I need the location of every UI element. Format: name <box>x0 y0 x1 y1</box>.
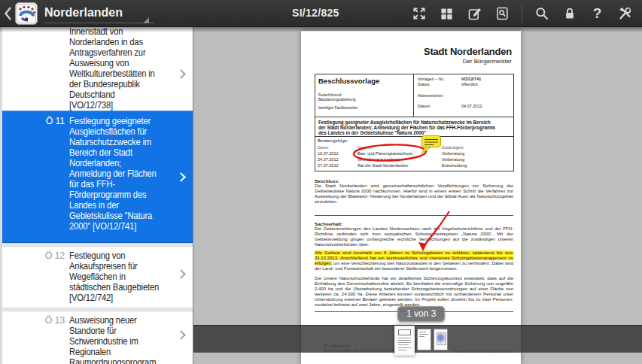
sachverhalt-highlight-paragraph: Alle Gebiete sind innerhalb von 6 Jahren… <box>315 250 513 271</box>
thumb-table <box>398 329 411 335</box>
chevron-right-icon <box>176 69 186 79</box>
doc-meta-row: Status: öffentlich <box>418 82 431 86</box>
section-rule <box>315 215 513 216</box>
doc-meta-row: Vorlagen – Nr.: VO/12/741 <box>418 77 445 81</box>
meta-label: Status: <box>418 82 431 86</box>
compose-icon <box>467 6 482 21</box>
back-button[interactable] <box>2 5 14 23</box>
beschluss-label: Beschluss: <box>315 178 339 184</box>
agenda-list: Innenstadt von Norderlanden in das Antra… <box>0 27 193 364</box>
help-button[interactable]: ? <box>589 5 605 22</box>
agenda-item-number: Ö 12 <box>0 250 65 261</box>
doc-lead-fachbereiche: beteiligte Fachbereiche: <box>318 105 358 110</box>
search-in-document-button[interactable] <box>494 5 510 22</box>
agenda-item-vo12742[interactable]: Ö 12 Festlegung von Ankaufspreisen für W… <box>0 247 193 308</box>
grid-icon <box>440 7 454 21</box>
sachverhalt-label: Sachverhalt: <box>315 221 342 226</box>
chevron-right-icon <box>176 269 186 279</box>
col-header-gremium: Gremium <box>358 146 373 150</box>
fullscreen-icon <box>412 6 427 21</box>
lock-icon <box>563 6 577 21</box>
doc-subject: Festlegung geeigneter Ausgleichsflächen … <box>315 117 514 137</box>
doc-meta-row: Datum: 04.07.2012 <box>418 104 431 108</box>
agenda-item-text: Ausweisung neuer Standorte für Schwerind… <box>69 315 176 364</box>
col-header-zustaendigkeit: Zuständigkeit <box>442 146 464 150</box>
sachverhalt-paragraph-2: Die Untere Naturschutzbehörde hat ein de… <box>315 276 513 308</box>
thumbnail-page-3-map[interactable] <box>434 329 448 350</box>
meta-value: VO/12/741 <box>461 77 481 81</box>
doc-org-name: Stadt Norderlanden <box>424 46 512 57</box>
page-title-spinner[interactable]: Norderlanden <box>44 3 154 23</box>
help-icon: ? <box>593 5 602 22</box>
cell-zustaendigkeit: Vorberatung <box>442 157 464 162</box>
fullscreen-button[interactable] <box>411 5 427 22</box>
settings-tools-button[interactable] <box>617 5 633 22</box>
document-reference: SI/12/825 <box>292 7 339 19</box>
doc-beratungsfolge: Beratungsfolge: Datum Gremium Zuständigk… <box>315 137 514 171</box>
thumbnail-page-1[interactable] <box>394 326 415 356</box>
meta-label: Datum: <box>418 104 431 108</box>
meta-value: öffentlich <box>461 82 478 86</box>
cell-gremium: Bau- und Planungsausschuss <box>358 151 412 156</box>
meeting-table-icon <box>15 2 38 25</box>
list-edge-strip <box>0 27 2 364</box>
beschluss-text: Die Stadt Norderlanden wird gemeinschaft… <box>315 184 513 205</box>
meta-value: 04.07.2012 <box>461 104 482 108</box>
grid-view-button[interactable] <box>439 5 455 22</box>
annotate-button[interactable] <box>467 5 482 22</box>
table-divider <box>413 74 414 117</box>
agenda-item-vo12738[interactable]: Innenstadt von Norderlanden in das Antra… <box>0 27 193 111</box>
search-icon <box>534 6 549 21</box>
beratungsfolge-label: Beratungsfolge: <box>318 138 348 143</box>
agenda-item-number: Ö 13 <box>0 315 65 326</box>
doc-meta-row: Aktenzeichen: <box>418 93 444 98</box>
search-button[interactable] <box>534 5 549 22</box>
cell-gremium: Rat der Stadt Norderlanden <box>358 163 408 168</box>
page-indicator: 1 von 3 <box>397 306 445 322</box>
agenda-item-number: Ö 11 <box>0 116 65 126</box>
agenda-item-o13[interactable]: Ö 13 Ausweisung neuer Standorte für Schw… <box>0 311 193 364</box>
chevron-right-icon <box>176 172 186 182</box>
cell-zustaendigkeit: Vorberatung <box>442 151 464 156</box>
cell-gremium: Verwaltungsausschuss <box>358 157 400 162</box>
doc-lead-department: Federführend: Bauplanungsabteilung <box>318 93 356 102</box>
agenda-item-text: Festlegung geeigneter Ausgleichsflächen … <box>69 116 176 232</box>
map-thumbnail-image <box>437 332 446 345</box>
doc-type-label: Beschlussvorlage <box>318 77 379 85</box>
cell-datum: 27.07.2012 <box>318 163 339 168</box>
back-chevron-icon <box>4 6 12 21</box>
document-viewer[interactable]: Stadt Norderlanden Der Bürgermeister Bes… <box>193 27 642 364</box>
cell-zustaendigkeit: Entscheidung <box>442 163 467 168</box>
app-screen: Norderlanden SI/12/825 <box>0 0 642 364</box>
page-search-icon <box>495 6 510 21</box>
doc-org-subtitle: Der Bürgermeister <box>463 58 512 65</box>
thumbnail-page-2[interactable] <box>417 329 431 350</box>
cell-datum: 24.07.2012 <box>318 157 339 162</box>
col-header-datum: Datum <box>318 146 328 150</box>
action-bar: Norderlanden SI/12/825 <box>0 0 642 27</box>
agenda-item-text: Innenstadt von Norderlanden in das Antra… <box>69 27 176 111</box>
spinner-triangle-icon <box>143 17 149 23</box>
meta-label: Vorlagen – Nr.: <box>418 77 445 81</box>
tools-icon <box>617 6 633 22</box>
meta-label: Aktenzeichen: <box>418 93 444 98</box>
action-bar-icons: ? <box>405 0 639 27</box>
doc-header-table: Beschlussvorlage Federführend: Bauplanun… <box>315 74 514 117</box>
toolbar-separator <box>522 4 522 23</box>
plain-text: um eine Verschlechterung des Naturzustan… <box>315 261 513 271</box>
app-icon[interactable] <box>15 2 38 25</box>
sachverhalt-text: Die Gebietsmeldungen des Landes Niedersa… <box>315 226 513 247</box>
cell-datum: 10.07.2012 <box>318 151 339 156</box>
lock-button[interactable] <box>561 5 577 22</box>
agenda-item-vo12741-selected[interactable]: Ö 11 Festlegung geeigneter Ausgleichsflä… <box>0 111 193 243</box>
agenda-item-text: Festlegung von Ankaufspreisen für Wegefl… <box>69 250 176 303</box>
chevron-right-icon <box>176 330 186 340</box>
